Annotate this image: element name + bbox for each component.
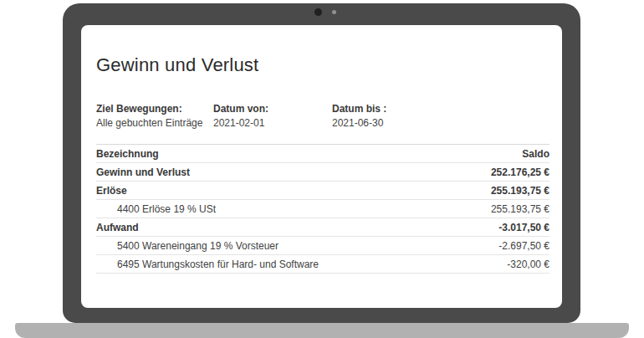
meta-label: Datum bis : [332, 102, 386, 116]
meta-value: 2021-02-01 [213, 116, 268, 131]
laptop-screen: Gewinn und Verlust Ziel Bewegungen: Alle… [81, 25, 562, 308]
profit-loss-table: Bezeichnung Saldo Gewinn und Verlust 252… [96, 144, 549, 274]
meta-value: Alle gebuchten Einträge [96, 116, 202, 131]
row-saldo: -2.697,50 € [498, 240, 549, 252]
table-row: 5400 Wareneingang 19 % Vorsteuer -2.697,… [96, 237, 549, 255]
row-label: Gewinn und Verlust [96, 166, 190, 178]
row-saldo: 252.176,25 € [491, 166, 549, 178]
row-label: Erlöse [96, 185, 127, 197]
meta-value: 2021-06-30 [332, 116, 386, 131]
page-title: Gewinn und Verlust [96, 54, 547, 77]
laptop-mockup: Gewinn und Verlust Ziel Bewegungen: Alle… [0, 0, 644, 338]
report-meta: Ziel Bewegungen: Alle gebuchten Einträge… [96, 102, 547, 131]
row-label: 5400 Wareneingang 19 % Vorsteuer [96, 240, 279, 252]
table-row: Erlöse 255.193,75 € [96, 182, 549, 200]
row-saldo: 255.193,75 € [491, 185, 549, 197]
column-header-saldo: Saldo [522, 148, 549, 160]
column-header-bezeichnung: Bezeichnung [96, 148, 159, 160]
meta-label: Ziel Bewegungen: [96, 102, 202, 116]
row-label: Aufwand [96, 222, 139, 233]
table-row: Aufwand -3.017,50 € [96, 218, 549, 237]
report-page: Gewinn und Verlust Ziel Bewegungen: Alle… [81, 25, 562, 274]
table-header-row: Bezeichnung Saldo [96, 145, 549, 163]
meta-date-from: Datum von: 2021-02-01 [213, 102, 268, 131]
meta-target-movements: Ziel Bewegungen: Alle gebuchten Einträge [96, 102, 202, 131]
row-saldo: -320,00 € [507, 259, 549, 270]
row-saldo: 255.193,75 € [491, 203, 549, 215]
laptop-base [15, 323, 629, 338]
table-row: 6495 Wartungskosten für Hard- und Softwa… [96, 255, 549, 274]
row-label: 6495 Wartungskosten für Hard- und Softwa… [96, 259, 319, 270]
laptop-screen-frame: Gewinn und Verlust Ziel Bewegungen: Alle… [63, 3, 580, 323]
row-label: 4400 Erlöse 19 % USt [96, 203, 216, 215]
webcam-led-icon [332, 10, 336, 14]
table-row: 4400 Erlöse 19 % USt 255.193,75 € [96, 200, 549, 218]
meta-label: Datum von: [213, 102, 268, 116]
webcam-icon [314, 8, 322, 16]
table-row: Gewinn und Verlust 252.176,25 € [96, 163, 549, 182]
row-saldo: -3.017,50 € [498, 222, 549, 233]
meta-date-to: Datum bis : 2021-06-30 [332, 102, 386, 131]
